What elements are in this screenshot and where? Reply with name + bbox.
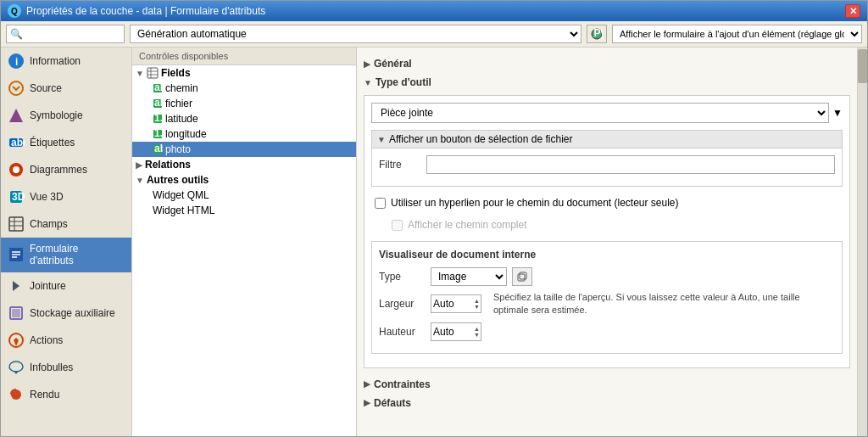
general-section-header[interactable]: ▶ Général [364, 54, 850, 73]
sidebar-item-join[interactable]: Jointure [1, 272, 131, 300]
hauteur-input[interactable] [433, 326, 469, 338]
sidebar-label-symbology: Symbologie [30, 109, 83, 121]
viz-largeur-label: Largeur [379, 298, 426, 310]
tree-photo[interactable]: ab photo [132, 142, 356, 157]
checkbox1-label: Utiliser un hyperlien pour le chemin du … [391, 197, 679, 209]
checkbox1-row: Utiliser un hyperlien pour le chemin du … [371, 193, 843, 212]
diagrams-icon [8, 161, 25, 178]
filtre-input[interactable] [426, 155, 835, 174]
viz-hauteur-row: Hauteur ▲ ▼ [379, 322, 835, 341]
viz-largeur-row: Largeur ▲ ▼ Spécifiez la taille de l'ape… [379, 291, 835, 317]
main-window: Q Propriétés de la couche - data | Formu… [0, 0, 868, 437]
viz-hauteur-label: Hauteur [379, 326, 426, 338]
sidebar-label-render: Rendu [30, 389, 59, 401]
tree-relations-group[interactable]: ▶ Relations [132, 157, 356, 172]
field-icon-longitude: 1.2 [153, 129, 163, 139]
search-input[interactable] [6, 25, 125, 43]
hauteur-arrows: ▲ ▼ [474, 326, 480, 338]
tree-widget-qml[interactable]: Widget QML [132, 188, 356, 203]
defaults-label: Défauts [374, 397, 411, 409]
tree-latitude[interactable]: 1.2 latitude [132, 111, 356, 126]
file-button-content: Filtre [372, 148, 842, 186]
join-icon [8, 277, 25, 294]
hauteur-spin: ▲ ▼ [431, 322, 481, 341]
largeur-input[interactable] [433, 298, 469, 310]
sidebar-item-render[interactable]: Rendu [1, 381, 131, 408]
visualizer-title: Visualiseur de document interne [379, 249, 835, 261]
tree-fichier[interactable]: ab fichier [132, 96, 356, 111]
generation-dropdown[interactable]: Génération automatique [130, 25, 581, 43]
sidebar-label-fields: Champs [30, 218, 68, 230]
tree-fichier-label: fichier [165, 98, 192, 109]
sidebar-item-symbology[interactable]: Symbologie [1, 102, 131, 129]
tool-type-section-header[interactable]: ▼ Type d'outil [364, 73, 850, 92]
sidebar-item-fields[interactable]: Champs [1, 210, 131, 238]
type-select[interactable]: Pièce jointe [371, 103, 829, 123]
checkbox1[interactable] [375, 198, 386, 209]
autres-arrow: ▼ [136, 176, 144, 185]
python-button[interactable]: Py [587, 25, 607, 43]
tree-widget-html-label: Widget HTML [153, 204, 214, 216]
sidebar-item-3d[interactable]: 3D Vue 3D [1, 183, 131, 210]
window-title: Propriétés de la couche - data | Formula… [26, 5, 265, 17]
autres-group-label: Autres outils [147, 174, 209, 186]
largeur-down-arrow[interactable]: ▼ [474, 304, 480, 310]
largeur-up-arrow[interactable]: ▲ [474, 298, 480, 304]
viz-copy-button[interactable] [512, 267, 532, 286]
field-icon-photo: ab [153, 144, 163, 154]
render-icon [8, 386, 25, 403]
tree-chemin[interactable]: ab chemin [132, 81, 356, 96]
viz-type-select[interactable]: Image [431, 267, 507, 286]
relations-arrow: ▶ [136, 160, 142, 170]
sidebar-item-actions[interactable]: Actions [1, 327, 131, 354]
file-button-section: ▼ Afficher un bouton de sélection de fic… [371, 130, 843, 187]
hauteur-down-arrow[interactable]: ▼ [474, 332, 480, 338]
svg-rect-12 [9, 217, 23, 231]
sidebar-item-source[interactable]: Source [1, 75, 131, 102]
sidebar-item-form[interactable]: Formulaired'attributs [1, 238, 131, 272]
largeur-arrows: ▲ ▼ [474, 298, 480, 310]
sidebar-item-information[interactable]: i Information [1, 48, 131, 75]
visualizer-section: Visualiseur de document interne Type Ima… [371, 241, 843, 354]
tree-longitude[interactable]: 1.2 longitude [132, 126, 356, 142]
close-button[interactable]: ✕ [845, 4, 860, 18]
tool-type-arrow: ▼ [364, 78, 372, 87]
scrollbar-thumb[interactable] [858, 49, 867, 83]
svg-text:ab: ab [154, 98, 163, 109]
field-icon-chemin: ab [153, 83, 163, 93]
sidebar-item-diagrams[interactable]: Diagrammes [1, 156, 131, 183]
tree-autres-group[interactable]: ▼ Autres outils [132, 172, 356, 188]
labels-icon: abc [8, 134, 25, 151]
sidebar-item-labels[interactable]: abc Étiquettes [1, 129, 131, 156]
sidebar-label-labels: Étiquettes [30, 137, 75, 148]
display-option-dropdown[interactable]: Afficher le formulaire à l'ajout d'un él… [612, 25, 862, 43]
tree-header: Contrôles disponibles [132, 48, 356, 65]
help-text: Spécifiez la taille de l'aperçu. Si vous… [493, 291, 835, 317]
checkbox2-row: Afficher le chemin complet [371, 216, 843, 234]
defaults-section-header[interactable]: ▶ Défauts [364, 394, 850, 412]
toolbar: Génération automatique Py Afficher le fo… [1, 21, 867, 48]
svg-rect-27 [147, 68, 158, 78]
svg-rect-22 [12, 309, 20, 317]
tree-longitude-label: longitude [165, 128, 207, 140]
hauteur-up-arrow[interactable]: ▲ [474, 326, 480, 332]
sidebar-item-storage[interactable]: Stockage auxiliaire [1, 300, 131, 327]
tree-widget-html[interactable]: Widget HTML [132, 203, 356, 218]
filtre-label: Filtre [379, 159, 421, 171]
constraints-section-header[interactable]: ▶ Contraintes [364, 375, 850, 394]
tree-fields-group[interactable]: ▼ Fields [132, 65, 356, 81]
field-icon-fichier: ab [153, 98, 163, 109]
general-label: Général [374, 58, 412, 70]
svg-text:ab: ab [154, 144, 163, 154]
right-scrollbar[interactable] [857, 48, 867, 436]
file-section-arrow: ▼ [377, 135, 386, 144]
fields-group-label: Fields [161, 67, 191, 79]
tool-type-label: Type d'outil [376, 76, 431, 88]
svg-point-9 [13, 166, 19, 173]
fields-group-icon [147, 67, 159, 79]
svg-rect-42 [520, 272, 526, 279]
constraints-arrow: ▶ [364, 379, 370, 389]
sidebar-label-information: Information [30, 55, 81, 67]
checkbox2[interactable] [392, 220, 403, 231]
sidebar-item-bubbles[interactable]: Infobulles [1, 354, 131, 381]
